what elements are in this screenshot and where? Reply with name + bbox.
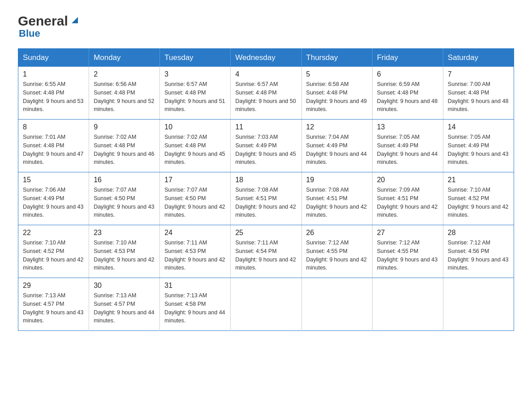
day-info: Sunrise: 7:13 AM Sunset: 4:57 PM Dayligh… <box>94 291 155 325</box>
day-number: 18 <box>235 176 296 184</box>
calendar-week-row: 15 Sunrise: 7:06 AM Sunset: 4:49 PM Dayl… <box>18 172 514 225</box>
calendar-cell: 2 Sunrise: 6:56 AM Sunset: 4:48 PM Dayli… <box>89 67 160 120</box>
day-info: Sunrise: 6:57 AM Sunset: 4:48 PM Dayligh… <box>164 80 226 114</box>
day-number: 13 <box>377 123 438 131</box>
day-info: Sunrise: 7:08 AM Sunset: 4:51 PM Dayligh… <box>235 186 296 219</box>
calendar-cell: 10 Sunrise: 7:02 AM Sunset: 4:48 PM Dayl… <box>160 120 231 172</box>
logo-triangle-icon <box>70 15 80 27</box>
svg-marker-0 <box>72 17 78 23</box>
day-info: Sunrise: 7:11 AM Sunset: 4:54 PM Dayligh… <box>235 239 296 272</box>
header-tuesday: Tuesday <box>160 49 231 67</box>
day-info: Sunrise: 7:09 AM Sunset: 4:51 PM Dayligh… <box>377 186 438 219</box>
day-number: 3 <box>164 70 226 78</box>
calendar-cell: 15 Sunrise: 7:06 AM Sunset: 4:49 PM Dayl… <box>18 172 89 225</box>
day-info: Sunrise: 7:06 AM Sunset: 4:49 PM Dayligh… <box>23 186 84 219</box>
day-number: 8 <box>23 123 84 131</box>
calendar-cell: 4 Sunrise: 6:57 AM Sunset: 4:48 PM Dayli… <box>231 67 301 120</box>
calendar-cell: 27 Sunrise: 7:12 AM Sunset: 4:55 PM Dayl… <box>372 225 443 278</box>
day-number: 26 <box>306 229 368 237</box>
day-number: 1 <box>23 70 84 78</box>
day-info: Sunrise: 7:00 AM Sunset: 4:48 PM Dayligh… <box>448 80 509 114</box>
calendar-cell <box>372 278 443 331</box>
day-info: Sunrise: 7:02 AM Sunset: 4:48 PM Dayligh… <box>94 133 155 167</box>
calendar-week-row: 8 Sunrise: 7:01 AM Sunset: 4:48 PM Dayli… <box>18 120 514 172</box>
day-info: Sunrise: 7:10 AM Sunset: 4:52 PM Dayligh… <box>23 239 84 272</box>
header-saturday: Saturday <box>443 49 514 67</box>
calendar-cell: 9 Sunrise: 7:02 AM Sunset: 4:48 PM Dayli… <box>89 120 160 172</box>
calendar-table: SundayMondayTuesdayWednesdayThursdayFrid… <box>18 48 514 331</box>
day-info: Sunrise: 6:58 AM Sunset: 4:48 PM Dayligh… <box>306 80 368 114</box>
day-number: 24 <box>164 229 226 237</box>
calendar-week-row: 22 Sunrise: 7:10 AM Sunset: 4:52 PM Dayl… <box>18 225 514 278</box>
logo-blue: Blue <box>19 28 40 39</box>
calendar-cell: 25 Sunrise: 7:11 AM Sunset: 4:54 PM Dayl… <box>231 225 301 278</box>
calendar-cell: 29 Sunrise: 7:13 AM Sunset: 4:57 PM Dayl… <box>18 278 89 331</box>
day-number: 9 <box>94 123 155 131</box>
day-number: 19 <box>306 176 368 184</box>
calendar-cell: 12 Sunrise: 7:04 AM Sunset: 4:49 PM Dayl… <box>301 120 372 172</box>
calendar-cell: 5 Sunrise: 6:58 AM Sunset: 4:48 PM Dayli… <box>301 67 372 120</box>
header-friday: Friday <box>372 49 443 67</box>
day-number: 4 <box>235 70 296 78</box>
logo-general: General <box>18 13 68 29</box>
calendar-cell: 11 Sunrise: 7:03 AM Sunset: 4:49 PM Dayl… <box>231 120 301 172</box>
calendar-cell: 19 Sunrise: 7:08 AM Sunset: 4:51 PM Dayl… <box>301 172 372 225</box>
header-wednesday: Wednesday <box>231 49 301 67</box>
calendar-cell: 13 Sunrise: 7:05 AM Sunset: 4:49 PM Dayl… <box>372 120 443 172</box>
day-info: Sunrise: 7:13 AM Sunset: 4:58 PM Dayligh… <box>164 291 226 325</box>
day-number: 11 <box>235 123 296 131</box>
calendar-cell: 7 Sunrise: 7:00 AM Sunset: 4:48 PM Dayli… <box>443 67 514 120</box>
header-thursday: Thursday <box>301 49 372 67</box>
day-number: 23 <box>94 229 155 237</box>
calendar-cell <box>443 278 514 331</box>
day-number: 27 <box>377 229 438 237</box>
day-info: Sunrise: 7:04 AM Sunset: 4:49 PM Dayligh… <box>306 133 368 167</box>
calendar-cell: 23 Sunrise: 7:10 AM Sunset: 4:53 PM Dayl… <box>89 225 160 278</box>
calendar-cell: 24 Sunrise: 7:11 AM Sunset: 4:53 PM Dayl… <box>160 225 231 278</box>
day-info: Sunrise: 6:57 AM Sunset: 4:48 PM Dayligh… <box>235 80 296 114</box>
day-info: Sunrise: 7:07 AM Sunset: 4:50 PM Dayligh… <box>94 186 155 219</box>
calendar-cell: 28 Sunrise: 7:12 AM Sunset: 4:56 PM Dayl… <box>443 225 514 278</box>
day-info: Sunrise: 7:12 AM Sunset: 4:55 PM Dayligh… <box>306 239 368 272</box>
day-info: Sunrise: 7:01 AM Sunset: 4:48 PM Dayligh… <box>23 133 84 167</box>
header-monday: Monday <box>89 49 160 67</box>
calendar-cell <box>231 278 301 331</box>
day-number: 7 <box>448 70 509 78</box>
day-info: Sunrise: 7:11 AM Sunset: 4:53 PM Dayligh… <box>164 239 226 272</box>
day-number: 29 <box>23 282 84 290</box>
day-number: 17 <box>164 176 226 184</box>
day-number: 15 <box>23 176 84 184</box>
calendar-cell: 16 Sunrise: 7:07 AM Sunset: 4:50 PM Dayl… <box>89 172 160 225</box>
day-info: Sunrise: 7:08 AM Sunset: 4:51 PM Dayligh… <box>306 186 368 219</box>
day-info: Sunrise: 6:55 AM Sunset: 4:48 PM Dayligh… <box>23 80 84 114</box>
day-info: Sunrise: 7:05 AM Sunset: 4:49 PM Dayligh… <box>448 133 509 167</box>
calendar-cell: 31 Sunrise: 7:13 AM Sunset: 4:58 PM Dayl… <box>160 278 231 331</box>
day-info: Sunrise: 7:07 AM Sunset: 4:50 PM Dayligh… <box>164 186 226 219</box>
day-number: 12 <box>306 123 368 131</box>
calendar-cell: 21 Sunrise: 7:10 AM Sunset: 4:52 PM Dayl… <box>443 172 514 225</box>
logo: General Blue <box>18 13 80 39</box>
day-info: Sunrise: 7:12 AM Sunset: 4:55 PM Dayligh… <box>377 239 438 272</box>
calendar-cell: 8 Sunrise: 7:01 AM Sunset: 4:48 PM Dayli… <box>18 120 89 172</box>
day-number: 28 <box>448 229 509 237</box>
day-number: 6 <box>377 70 438 78</box>
day-info: Sunrise: 7:03 AM Sunset: 4:49 PM Dayligh… <box>235 133 296 167</box>
header-sunday: Sunday <box>18 49 89 67</box>
day-info: Sunrise: 7:05 AM Sunset: 4:49 PM Dayligh… <box>377 133 438 167</box>
day-number: 30 <box>94 282 155 290</box>
day-number: 14 <box>448 123 509 131</box>
day-info: Sunrise: 7:10 AM Sunset: 4:53 PM Dayligh… <box>94 239 155 272</box>
day-number: 31 <box>164 282 226 290</box>
day-number: 10 <box>164 123 226 131</box>
calendar-cell: 3 Sunrise: 6:57 AM Sunset: 4:48 PM Dayli… <box>160 67 231 120</box>
calendar-cell: 14 Sunrise: 7:05 AM Sunset: 4:49 PM Dayl… <box>443 120 514 172</box>
day-info: Sunrise: 7:02 AM Sunset: 4:48 PM Dayligh… <box>164 133 226 167</box>
logo-icon: General <box>18 13 80 29</box>
calendar-week-row: 29 Sunrise: 7:13 AM Sunset: 4:57 PM Dayl… <box>18 278 514 331</box>
calendar-cell: 6 Sunrise: 6:59 AM Sunset: 4:48 PM Dayli… <box>372 67 443 120</box>
calendar-cell <box>301 278 372 331</box>
day-number: 22 <box>23 229 84 237</box>
calendar-cell: 22 Sunrise: 7:10 AM Sunset: 4:52 PM Dayl… <box>18 225 89 278</box>
calendar-cell: 18 Sunrise: 7:08 AM Sunset: 4:51 PM Dayl… <box>231 172 301 225</box>
calendar-header-row: SundayMondayTuesdayWednesdayThursdayFrid… <box>18 49 514 67</box>
